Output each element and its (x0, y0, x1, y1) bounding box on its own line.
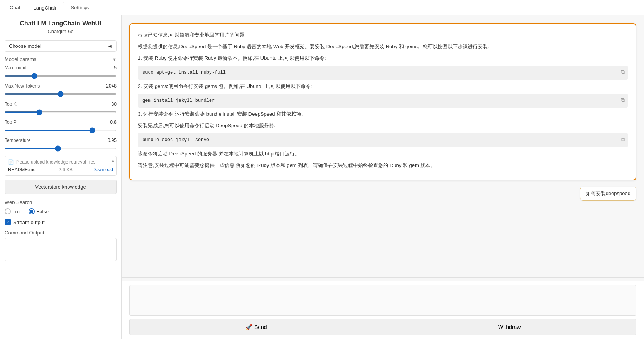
file-icon: 📄 (8, 159, 14, 165)
chat-area: 根据已知信息,可以简洁和专业地回答用户的问题: 根据您提供的信息,DeepSpe… (122, 15, 644, 274)
tab-chat[interactable]: Chat (3, 1, 27, 14)
code-2-text: gem install jekyll bundler (142, 98, 215, 103)
copy-icon-3[interactable]: ⧉ (621, 135, 625, 145)
web-search-true-option[interactable]: True (5, 208, 22, 214)
divider (122, 277, 644, 278)
temperature-slider[interactable] (5, 148, 117, 149)
close-file-button[interactable]: × (112, 158, 115, 164)
copy-icon-1[interactable]: ⧉ (621, 68, 625, 77)
code-1-text: sudo apt-get install ruby-full (142, 70, 226, 75)
radio-true-label: True (12, 209, 22, 214)
sidebar: ChatLLM-LangChain-WebUI Chatglm-6b Choos… (0, 15, 122, 339)
input-section: 🚀 Send Withdraw (122, 281, 644, 339)
main-layout: ChatLLM-LangChain-WebUI Chatglm-6b Choos… (0, 15, 644, 339)
ai-line2: 安装完成后,您可以使用命令行启动 DeepSpeed 的本地服务器: (138, 121, 628, 130)
max-round-slider[interactable] (5, 75, 117, 77)
max-round-label: Max round (5, 65, 27, 71)
rocket-icon: 🚀 (245, 324, 252, 330)
user-bubble: 如何安装deepspeed (580, 187, 636, 201)
ai-step2: 2. 安装 gems:使用命令行安装 gems 包。例如,在 Ubuntu 上,… (138, 82, 628, 91)
download-link[interactable]: Download (93, 167, 113, 172)
top-p-value: 0.8 (110, 120, 117, 125)
tab-bar: Chat LangChain Settings (0, 0, 644, 15)
param-top-k: Top K 30 (5, 101, 117, 114)
max-tokens-slider[interactable] (5, 93, 117, 95)
code-block-3: bundle exec jekyll serve ⧉ (138, 133, 628, 147)
max-tokens-value: 2048 (106, 83, 117, 89)
copy-icon-2[interactable]: ⧉ (621, 96, 625, 105)
withdraw-button[interactable]: Withdraw (383, 319, 637, 335)
vectorstore-button[interactable]: Vectorstore knowledge (5, 180, 117, 194)
radio-true-circle (5, 208, 11, 214)
tab-langchain[interactable]: LangChain (27, 2, 64, 14)
model-params-toggle[interactable]: ▼ (112, 57, 117, 62)
user-message-container: 如何安装deepspeed (129, 187, 636, 201)
radio-false-label: False (36, 209, 49, 214)
param-max-round: Max round 5 (5, 65, 117, 78)
code-block-2: gem install jekyll bundler ⧉ (138, 94, 628, 108)
choose-model-dropdown[interactable]: Choose model ◄ (5, 40, 117, 52)
top-p-slider[interactable] (5, 130, 117, 131)
send-label: Send (254, 324, 267, 330)
stream-output-row[interactable]: Stream output (5, 219, 117, 225)
button-row: 🚀 Send Withdraw (129, 319, 636, 335)
ai-line1: 根据您提供的信息,DeepSpeed 是一个基于 Ruby 语言的本地 Web … (138, 42, 628, 51)
ai-step1: 1. 安装 Ruby:使用命令行安装 Ruby 最新版本。例如,在 Ubuntu… (138, 54, 628, 62)
file-name: README.md (8, 167, 35, 172)
model-params-header: Model params ▼ (5, 56, 117, 62)
ai-step3: 3. 运行安装命令:运行安装命令 bundle install 安装 DeepS… (138, 110, 628, 118)
cmd-output-label: Command Output (5, 230, 117, 236)
param-top-p: Top P 0.8 (5, 120, 117, 132)
top-k-label: Top K (5, 101, 17, 107)
arrow-icon: ◄ (107, 43, 112, 49)
file-row: README.md 2.6 KB Download (8, 167, 113, 172)
ai-line4: 请注意,安装过程中可能需要您提供一些信息,例如您的 Ruby 版本和 gem 列… (138, 161, 628, 170)
temperature-value: 0.95 (108, 138, 117, 143)
ai-response-card: 根据已知信息,可以简洁和专业地回答用户的问题: 根据您提供的信息,DeepSpe… (129, 23, 636, 180)
model-subtitle: Chatglm-6b (5, 29, 117, 34)
main-panel: 根据已知信息,可以简洁和专业地回答用户的问题: 根据您提供的信息,DeepSpe… (122, 15, 644, 339)
send-button[interactable]: 🚀 Send (129, 319, 383, 335)
file-size: 2.6 KB (59, 167, 73, 172)
param-temperature: Temperature 0.95 (5, 138, 117, 150)
file-upload-section: × 📄 Please upload knowledge retrieval fi… (5, 156, 117, 176)
tab-settings[interactable]: Settings (64, 1, 95, 14)
top-p-label: Top P (5, 120, 17, 125)
web-search-label: Web Search (5, 199, 117, 205)
param-max-tokens: Max New Tokens 2048 (5, 83, 117, 96)
cmd-output-textarea[interactable] (5, 238, 117, 261)
ai-intro: 根据已知信息,可以简洁和专业地回答用户的问题: (138, 31, 628, 39)
code-3-text: bundle exec jekyll serve (142, 137, 209, 143)
ai-line3: 该命令将启动 DeepSpeed 的服务器,并在本地计算机上以 http 端口运… (138, 150, 628, 158)
choose-model-label: Choose model (9, 43, 41, 49)
chat-input[interactable] (129, 285, 636, 316)
file-upload-label: 📄 Please upload knowledge retrieval file… (8, 159, 113, 165)
top-k-value: 30 (112, 101, 117, 107)
max-tokens-label: Max New Tokens (5, 83, 40, 89)
top-k-slider[interactable] (5, 111, 117, 113)
web-search-radio-group: True False (5, 208, 117, 214)
code-block-1: sudo apt-get install ruby-full ⧉ (138, 66, 628, 79)
temperature-label: Temperature (5, 138, 30, 143)
radio-false-circle (29, 208, 35, 214)
stream-output-label: Stream output (13, 219, 45, 225)
web-search-false-option[interactable]: False (29, 208, 49, 214)
max-round-value: 5 (114, 65, 117, 71)
stream-output-checkbox[interactable] (5, 219, 11, 225)
model-params-label: Model params (5, 56, 36, 62)
app-title: ChatLLM-LangChain-WebUI (5, 20, 117, 27)
